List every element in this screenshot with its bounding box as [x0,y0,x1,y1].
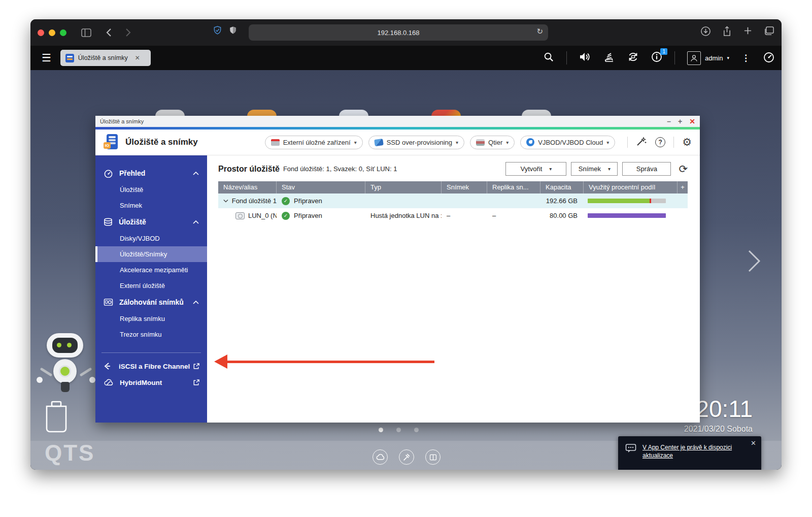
caret-down-icon: ▾ [608,166,611,172]
add-column-button[interactable]: + [678,181,688,193]
window-maximize-button[interactable]: + [678,117,682,125]
snapshot-cell: – [442,212,487,219]
qtier-dropdown[interactable]: Qtier ▾ [470,136,515,149]
storage-app-tab-icon [65,54,74,62]
toast-close-icon[interactable]: ✕ [751,439,756,447]
myqnapcloud-icon[interactable] [373,449,388,465]
table-row-storage-pool[interactable]: Fond úložiště 1 ✓ Připraven 192.66 GB [218,193,688,208]
page-dot-2[interactable] [396,428,401,432]
search-icon[interactable] [544,52,554,64]
page-dot-1[interactable] [379,428,383,432]
external-link-icon [192,379,200,386]
sidebar-item-uloziste-snimky[interactable]: Úložiště/Snímky [95,246,207,262]
section-label: Přehled [119,169,145,177]
recycle-bin-icon[interactable] [43,400,70,436]
browser-toolbar-right [700,26,774,39]
window-titlebar[interactable]: Úložiště a snímky – + ✕ [95,116,700,127]
col-stav[interactable]: Stav [277,181,365,193]
more-options-icon[interactable]: ⋮ [741,53,750,63]
col-nazev-alias[interactable]: Název/alias [218,181,277,193]
back-icon[interactable] [101,25,116,40]
external-storage-device-dropdown[interactable]: Externí úložné zařízení ▾ [265,136,363,149]
chevron-up-icon [193,220,199,224]
header-pill-buttons: Externí úložné zařízení ▾ SSD over-provi… [265,136,615,149]
external-device-sync-icon[interactable] [627,51,639,64]
notification-toast[interactable]: V App Center je právě k dispozici aktual… [618,436,761,470]
wizard-wand-icon[interactable] [636,136,647,149]
dashboard-icon[interactable] [762,51,775,64]
col-kapacita[interactable]: Kapacita [540,181,584,193]
privacy-shield-icon[interactable] [213,25,222,38]
page-dot-3[interactable] [414,428,419,432]
col-replika[interactable]: Replika sn... [487,181,540,193]
sidebar-item-uloziste-overview[interactable]: Úložiště [95,182,207,198]
background-tasks-icon[interactable] [603,52,615,64]
downloads-icon[interactable] [700,26,711,39]
utilities-icon[interactable] [399,449,414,465]
usage-bar-fill [588,213,666,218]
window-close-button[interactable]: ✕ [689,117,695,125]
notifications-icon[interactable]: 1 [651,51,662,64]
help-icon[interactable]: ? [655,137,665,147]
sidebar-link-hybridmount[interactable]: HybridMount [95,374,207,391]
reload-icon[interactable]: ↻ [536,27,543,36]
tab-overview-icon[interactable] [764,26,774,39]
caret-down-icon: ▾ [456,140,458,145]
notification-count-badge: 1 [660,48,667,55]
link-label: HybridMount [120,379,162,386]
link-label: iSCSI a Fibre Channel [119,363,190,370]
zoom-window-light[interactable] [60,29,66,36]
manage-button[interactable]: Správa [622,162,671,176]
gear-icon[interactable]: ⚙ [682,136,692,148]
ssd-over-provisioning-dropdown[interactable]: SSD over-provisioning ▾ [368,136,464,149]
sidebar-item-replika-snimku[interactable]: Replika snímku [95,311,207,327]
minimize-window-light[interactable] [49,29,55,36]
pool-name: Fond úložiště 1 [232,197,277,205]
col-snimek[interactable]: Snímek [442,181,487,193]
vjbod-cloud-dropdown[interactable]: VJBOD/VJBOD Cloud ▾ [520,136,615,149]
refresh-icon[interactable]: ⟳ [679,163,688,175]
col-vyuzity-podil[interactable]: Využitý procentní podíl [584,181,678,193]
sidebar-item-externi-uloziste[interactable]: Externí úložiště [95,278,207,294]
window-title: Úložiště a snímky [100,118,144,124]
create-button[interactable]: Vytvořit ▾ [505,162,566,176]
sidebar-section-uloziste[interactable]: Úložiště [95,213,207,231]
address-bar[interactable]: 192.168.0.168 ↻ [249,24,548,41]
privacy-shields [213,25,237,38]
snapshot-button[interactable]: Snímek ▾ [571,162,618,176]
sidebar-item-akcelerace[interactable]: Akcelerace mezipaměti [95,262,207,278]
raid-drive-icon [271,139,280,146]
qts-toolbar-icons: 1 admin ▾ ⋮ [544,51,775,65]
sidebar-link-iscsi-fibre-channel[interactable]: iSCSI a Fibre Channel [95,358,207,374]
col-typ[interactable]: Typ [365,181,442,193]
hybridmount-cloud-icon [104,379,114,386]
app-center-update-link[interactable]: V App Center je právě k dispozici aktual… [642,443,749,460]
caret-down-icon: ▾ [606,140,609,145]
sidebar-section-prehled[interactable]: Přehled [95,165,207,182]
new-tab-icon[interactable] [743,26,753,39]
open-app-tab[interactable]: Úložiště a snímky ✕ [60,50,151,66]
forward-icon[interactable] [120,25,136,40]
sidebar-section-zalohovani[interactable]: Zálohování snímků [95,294,207,311]
vjbod-icon [526,138,534,146]
manual-icon[interactable] [425,449,441,465]
tab-close-icon[interactable]: ✕ [135,54,140,61]
content-blocker-shield-icon[interactable] [229,25,237,38]
sidebar-toggle-icon[interactable] [79,25,94,40]
sidebar-item-snimek-overview[interactable]: Snímek [95,198,207,213]
sidebar-item-disky-vjbod[interactable]: Disky/VJBOD [95,231,207,246]
sidebar-item-trezor-snimku[interactable]: Trezor snímku [95,327,207,342]
share-icon[interactable] [722,26,732,39]
qbot-mascot [37,330,96,396]
storage-snapshots-window: Úložiště a snímky – + ✕ IO Úložiště a sn… [95,116,700,423]
capacity-cell: 192.66 GB [540,197,584,205]
next-desktop-chevron-icon[interactable] [747,249,761,275]
close-window-light[interactable] [38,29,44,36]
chevron-down-icon[interactable] [223,199,228,203]
table-row-lun[interactable]: LUN_0 (Nemap... ✓ Připraven Hustá jednot… [218,208,688,223]
volume-icon[interactable] [579,52,591,64]
desktop-date: 2021/03/20 Sobota [684,425,753,434]
user-menu[interactable]: admin ▾ [687,51,729,65]
window-minimize-button[interactable]: – [667,117,671,125]
main-menu-icon[interactable]: ☰ [42,52,51,64]
